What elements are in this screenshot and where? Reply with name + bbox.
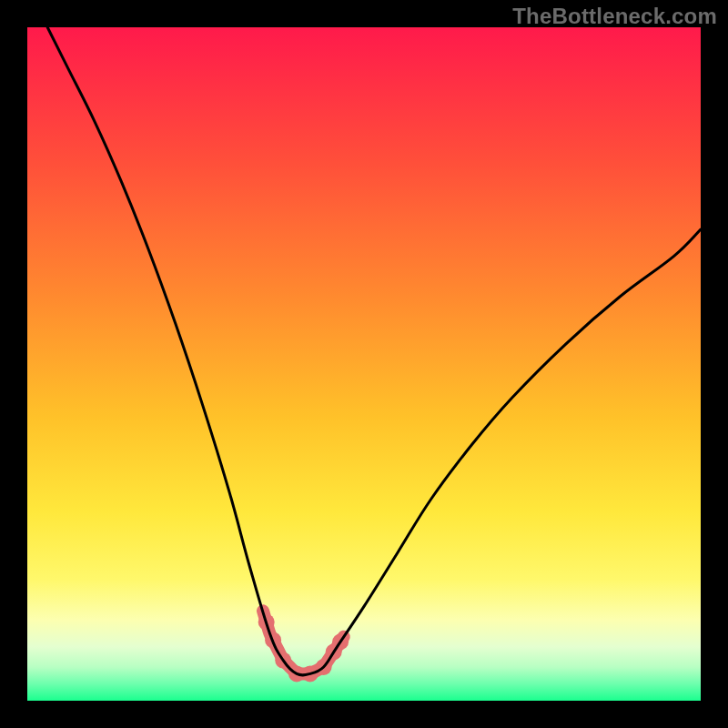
- chart-frame: TheBottleneck.com: [0, 0, 728, 728]
- bottleneck-curve: [47, 27, 701, 675]
- watermark-text: TheBottleneck.com: [512, 4, 717, 29]
- plot-area: [27, 27, 701, 701]
- curve-layer: [27, 27, 701, 701]
